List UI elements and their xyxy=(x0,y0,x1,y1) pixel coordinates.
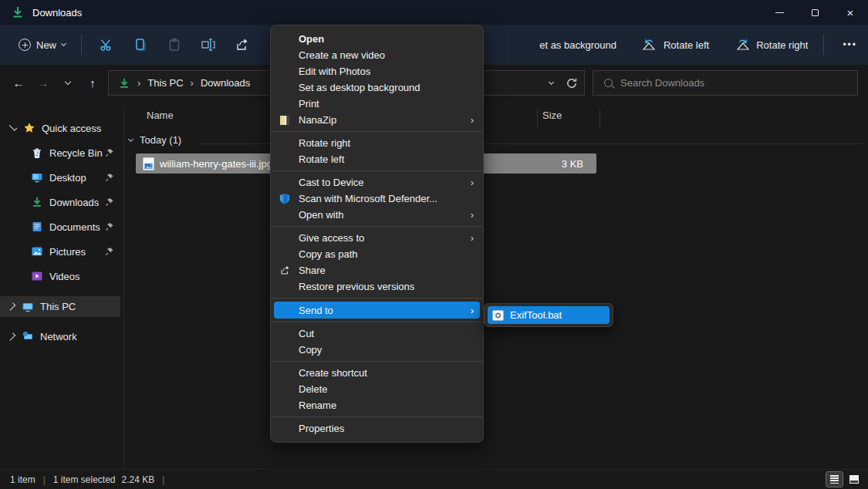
share-button[interactable] xyxy=(225,30,259,59)
send-to-submenu: ExifTool.bat xyxy=(484,303,613,327)
see-more-button[interactable]: ••• xyxy=(832,39,868,50)
sidebar-item-documents[interactable]: Documents xyxy=(0,218,120,236)
breadcrumb-separator-icon: › xyxy=(137,77,140,89)
menu-item-delete[interactable]: Delete xyxy=(271,381,483,397)
paste-button[interactable] xyxy=(157,30,191,59)
sidebar-item-pictures[interactable]: Pictures xyxy=(0,242,120,261)
submenu-arrow-icon: › xyxy=(471,305,474,316)
menu-separator xyxy=(272,131,482,132)
close-button[interactable]: × xyxy=(833,0,868,25)
menu-item-set-as-desktop-background[interactable]: Set as desktop background xyxy=(271,79,483,96)
sidebar-item-quick-access[interactable]: Quick access xyxy=(0,119,120,137)
sidebar-item-this-pc[interactable]: This PC xyxy=(0,296,120,317)
column-header-size[interactable]: Size xyxy=(542,110,562,121)
new-button-label: New xyxy=(36,39,56,51)
column-header-name[interactable]: Name xyxy=(147,110,174,121)
sidebar-item-downloads[interactable]: Downloads xyxy=(0,193,120,211)
search-icon xyxy=(604,79,613,87)
menu-item-label: Create shortcut xyxy=(299,367,367,379)
column-separator[interactable] xyxy=(599,109,600,127)
rename-button[interactable] xyxy=(191,30,225,59)
submenu-item-exiftool-bat[interactable]: ExifTool.bat xyxy=(488,306,610,324)
menu-item-cut[interactable]: Cut xyxy=(271,325,483,342)
chevron-right-icon[interactable] xyxy=(8,332,16,341)
rotate-left-button[interactable]: Rotate left xyxy=(633,32,717,57)
pin-icon xyxy=(105,197,114,207)
menu-item-label: Rename xyxy=(299,400,336,411)
cut-button[interactable] xyxy=(90,30,123,59)
sidebar-item-network[interactable]: Network xyxy=(0,327,120,346)
menu-item-nanazip[interactable]: NanaZip › xyxy=(271,112,483,128)
menu-item-restore-previous-versions[interactable]: Restore previous versions xyxy=(271,278,483,295)
menu-item-properties[interactable]: Properties xyxy=(271,420,483,437)
submenu-item-label: ExifTool.bat xyxy=(510,309,562,321)
menu-item-rotate-left[interactable]: Rotate left xyxy=(271,151,483,167)
submenu-arrow-icon: › xyxy=(471,177,474,188)
menu-separator xyxy=(272,298,482,298)
sidebar-item-label: Videos xyxy=(49,271,80,282)
menu-separator xyxy=(272,170,482,171)
details-view-icon xyxy=(830,475,839,484)
chevron-down-icon xyxy=(65,78,71,84)
search-box[interactable] xyxy=(593,70,858,96)
group-header-today[interactable]: Today (1) xyxy=(129,134,181,146)
set-as-background-button[interactable]: et as background xyxy=(539,39,616,51)
back-icon: ← xyxy=(13,76,25,89)
context-menu: Open Create a new video Edit with Photos… xyxy=(270,25,484,443)
sidebar-item-videos[interactable]: Videos xyxy=(0,267,120,285)
menu-item-rotate-right[interactable]: Rotate right xyxy=(271,135,483,151)
chevron-right-icon[interactable] xyxy=(8,302,16,311)
menu-item-edit-with-photos[interactable]: Edit with Photos xyxy=(271,63,483,79)
recent-locations-button[interactable] xyxy=(56,70,80,95)
maximize-button[interactable] xyxy=(797,0,833,25)
forward-button[interactable]: → xyxy=(31,70,56,95)
menu-item-open[interactable]: Open xyxy=(271,31,483,47)
copy-button[interactable] xyxy=(123,30,157,59)
chevron-down-icon[interactable] xyxy=(9,123,18,131)
up-button[interactable]: ↑ xyxy=(80,70,105,95)
menu-item-scan-with-microsoft-defender[interactable]: Scan with Microsoft Defender... xyxy=(271,191,483,207)
downloads-location-icon xyxy=(118,77,130,89)
menu-item-copy-as-path[interactable]: Copy as path xyxy=(271,246,483,262)
address-dropdown-icon[interactable] xyxy=(549,79,554,84)
menu-item-create-shortcut[interactable]: Create shortcut xyxy=(271,365,483,381)
refresh-icon[interactable] xyxy=(566,77,578,89)
selection-size: 2.24 KB xyxy=(122,474,155,485)
window-title: Downloads xyxy=(32,7,82,19)
menu-item-print[interactable]: Print xyxy=(271,96,483,112)
menu-item-give-access-to[interactable]: Give access to › xyxy=(271,230,483,246)
status-divider: | xyxy=(43,474,46,485)
menu-item-cast-to-device[interactable]: Cast to Device › xyxy=(271,174,483,191)
sidebar-item-desktop[interactable]: Desktop xyxy=(0,168,120,187)
sidebar-item-label: Quick access xyxy=(42,123,101,134)
menu-item-rename[interactable]: Rename xyxy=(271,397,483,413)
menu-item-create-a-new-video[interactable]: Create a new video xyxy=(271,47,483,63)
details-view-button[interactable] xyxy=(826,472,843,487)
large-icons-view-button[interactable] xyxy=(846,472,862,487)
network-icon xyxy=(22,330,34,342)
menu-item-share[interactable]: Share xyxy=(271,262,483,278)
menu-item-send-to[interactable]: Send to › xyxy=(274,302,480,319)
downloads-icon xyxy=(31,196,43,208)
breadcrumb-this-pc[interactable]: This PC xyxy=(147,77,183,89)
new-button[interactable]: New xyxy=(11,34,73,56)
maximize-icon xyxy=(812,9,819,16)
menu-item-copy[interactable]: Copy xyxy=(271,342,483,358)
chevron-down-icon xyxy=(61,41,66,46)
recycle-bin-icon xyxy=(31,147,43,159)
back-button[interactable]: ← xyxy=(6,70,31,95)
menu-item-label: Share xyxy=(299,265,326,276)
column-separator[interactable] xyxy=(537,109,538,127)
rotate-right-icon xyxy=(734,37,751,52)
menu-item-label: Open with xyxy=(299,209,344,221)
rotate-right-button[interactable]: Rotate right xyxy=(726,32,816,57)
rename-icon xyxy=(200,37,217,52)
minimize-button[interactable] xyxy=(762,0,797,25)
breadcrumb-downloads[interactable]: Downloads xyxy=(201,77,250,89)
sidebar-item-recycle-bin[interactable]: Recycle Bin xyxy=(0,143,120,162)
menu-item-open-with[interactable]: Open with › xyxy=(271,207,483,223)
menu-item-label: Restore previous versions xyxy=(299,281,414,292)
search-input[interactable] xyxy=(620,77,813,89)
rotate-left-label: Rotate left xyxy=(664,39,709,51)
menu-item-label: Copy as path xyxy=(299,248,358,260)
